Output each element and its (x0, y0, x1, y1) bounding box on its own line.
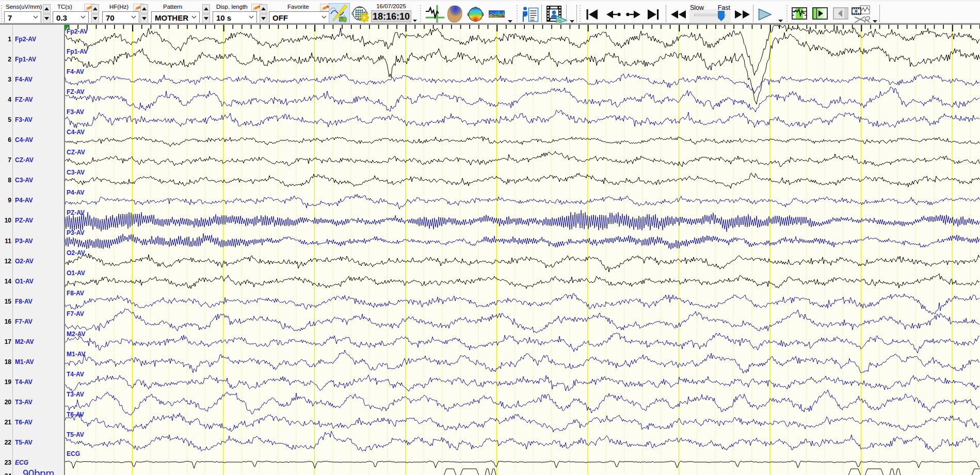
svg-text:O1-AV: O1-AV (67, 270, 85, 277)
svg-text:F8-AV: F8-AV (67, 290, 84, 297)
svg-text:O2-AV: O2-AV (67, 249, 85, 257)
svg-text:F3-AV: F3-AV (67, 108, 84, 116)
svg-text:50: 50 (339, 15, 346, 23)
svg-text:C4-AV: C4-AV (67, 129, 85, 136)
svg-text:FZ-AV: FZ-AV (67, 88, 84, 96)
svg-text:C3-AV: C3-AV (67, 169, 85, 176)
svg-text:T4-AV: T4-AV (67, 371, 84, 378)
svg-text:M2-AV: M2-AV (67, 330, 85, 338)
svg-text:Fp1-AV: Fp1-AV (67, 48, 88, 55)
svg-text:F7-AV: F7-AV (67, 310, 84, 318)
svg-text:T3-AV: T3-AV (67, 391, 84, 398)
svg-text:PZ-AV: PZ-AV (67, 209, 85, 216)
svg-text:CZ-AV: CZ-AV (67, 149, 85, 156)
svg-text:T5-AV: T5-AV (67, 431, 84, 438)
svg-text:P3-AV: P3-AV (67, 229, 84, 236)
svg-text:M1-AV: M1-AV (67, 351, 85, 358)
svg-text:P4-AV: P4-AV (67, 189, 84, 196)
svg-text:ECG: ECG (67, 450, 80, 457)
svg-text:Fp2-AV: Fp2-AV (67, 28, 88, 35)
svg-text:F4-AV: F4-AV (67, 68, 84, 75)
svg-text:T6-AV: T6-AV (67, 411, 84, 418)
